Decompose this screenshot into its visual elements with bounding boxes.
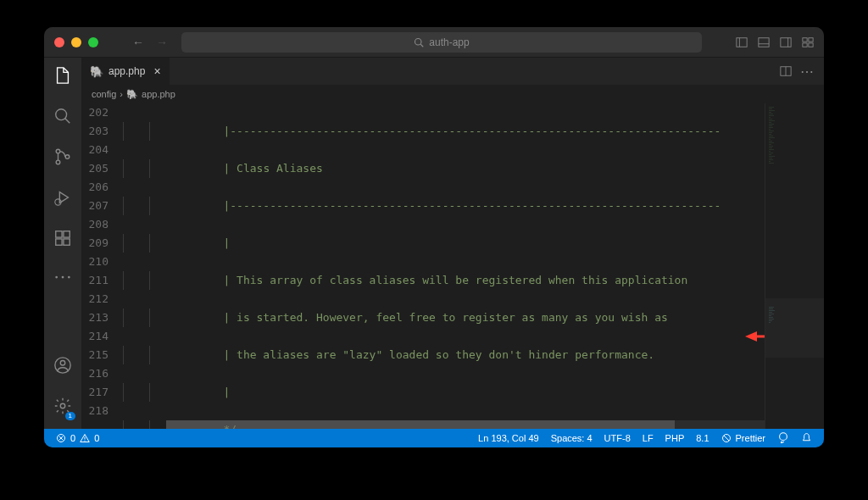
svg-line-40 xyxy=(724,436,729,441)
svg-line-1 xyxy=(421,44,424,47)
svg-rect-10 xyxy=(803,42,807,46)
indentation[interactable]: Spaces: 4 xyxy=(548,433,596,443)
more-actions-icon[interactable]: ⋯ xyxy=(800,64,814,80)
tab-bar: 🐘 app.php × ⋯ xyxy=(81,58,824,85)
prettier-icon xyxy=(721,433,732,443)
php-file-icon: 🐘 xyxy=(126,89,138,100)
maximize-window-button[interactable] xyxy=(88,37,98,47)
svg-rect-11 xyxy=(809,42,813,46)
svg-point-0 xyxy=(415,38,422,45)
svg-point-28 xyxy=(60,403,65,408)
error-icon xyxy=(56,433,66,443)
encoding[interactable]: UTF-8 xyxy=(601,433,634,443)
minimap-viewport[interactable] xyxy=(765,298,824,358)
nav-arrows: ← → xyxy=(132,36,168,49)
php-version[interactable]: 8.1 xyxy=(693,433,712,443)
breadcrumb[interactable]: config › 🐘 app.php xyxy=(81,85,824,103)
svg-point-12 xyxy=(56,109,67,120)
traffic-lights xyxy=(54,37,98,47)
svg-point-24 xyxy=(62,276,64,279)
svg-point-41 xyxy=(780,433,787,441)
editor-wrap: 2022032042052062072082092102112122132142… xyxy=(81,103,824,429)
minimap[interactable]: ▬▬▬▬▬▬▬▬▬▬▬▬▬▬▬▬▬▬▬▬▬▬▬▬▬▬▬▬▬▬▬▬▬▬▬▬▬▬▬▬… xyxy=(765,103,824,429)
svg-point-38 xyxy=(85,440,86,441)
extensions-icon[interactable] xyxy=(53,229,72,251)
explorer-icon[interactable] xyxy=(53,66,72,88)
svg-rect-22 xyxy=(64,239,70,245)
code-content[interactable]: |---------------------------------------… xyxy=(124,103,765,429)
svg-rect-6 xyxy=(781,37,791,47)
layout-grid-icon[interactable] xyxy=(802,36,814,48)
debug-icon[interactable] xyxy=(53,188,72,210)
php-file-icon: 🐘 xyxy=(90,65,103,78)
eol[interactable]: LF xyxy=(639,433,657,443)
tab-label: app.php xyxy=(108,65,145,77)
chevron-right-icon: › xyxy=(120,89,123,99)
svg-rect-20 xyxy=(64,231,70,237)
search-text: auth-app xyxy=(429,36,469,48)
notifications-icon[interactable] xyxy=(798,432,815,445)
code-editor[interactable]: 2022032042052062072082092102112122132142… xyxy=(81,103,765,429)
more-icon[interactable] xyxy=(53,269,72,285)
language-mode[interactable]: PHP xyxy=(662,433,688,443)
svg-point-14 xyxy=(56,149,60,153)
warning-icon xyxy=(80,433,90,443)
panel-bottom-icon[interactable] xyxy=(758,36,770,48)
panel-left-icon[interactable] xyxy=(736,36,748,48)
svg-rect-9 xyxy=(809,37,813,41)
svg-point-25 xyxy=(68,276,70,279)
titlebar: ← → auth-app xyxy=(44,27,824,58)
svg-point-16 xyxy=(65,155,70,159)
forward-button[interactable]: → xyxy=(156,36,168,49)
account-icon[interactable] xyxy=(53,356,72,378)
back-button[interactable]: ← xyxy=(132,36,144,49)
close-icon[interactable]: × xyxy=(153,64,160,78)
split-editor-icon[interactable] xyxy=(780,65,792,77)
source-control-icon[interactable] xyxy=(53,147,72,169)
breadcrumb-file: app.php xyxy=(142,89,175,99)
svg-line-13 xyxy=(65,119,70,124)
minimize-window-button[interactable] xyxy=(71,37,81,47)
cursor-position[interactable]: Ln 193, Col 49 xyxy=(475,433,542,443)
search-icon xyxy=(414,37,424,47)
prettier-button[interactable]: Prettier xyxy=(718,433,769,443)
line-gutter: 2022032042052062072082092102112122132142… xyxy=(81,103,124,429)
feedback-icon[interactable] xyxy=(774,431,793,445)
svg-point-27 xyxy=(60,361,65,366)
svg-point-23 xyxy=(55,276,58,279)
search-activity-icon[interactable] xyxy=(53,107,72,129)
svg-rect-2 xyxy=(737,37,747,47)
main-area: 🐘 app.php × ⋯ config › 🐘 app.php 202 xyxy=(81,58,824,429)
status-bar: 0 0 Ln 193, Col 49 Spaces: 4 UTF-8 LF PH… xyxy=(44,429,824,447)
svg-rect-4 xyxy=(759,37,769,47)
body: 1 🐘 app.php × ⋯ config › 🐘 app.php xyxy=(44,58,824,429)
svg-rect-8 xyxy=(803,37,807,41)
svg-rect-19 xyxy=(56,231,62,237)
editor-window: ← → auth-app 1 xyxy=(44,27,824,447)
svg-rect-21 xyxy=(56,239,62,245)
layout-icons xyxy=(736,36,814,48)
tab-actions: ⋯ xyxy=(780,58,824,85)
search-container: auth-app xyxy=(181,32,702,53)
activity-bar: 1 xyxy=(44,58,81,429)
horizontal-scrollbar[interactable] xyxy=(166,420,765,429)
settings-badge: 1 xyxy=(65,412,75,420)
command-search[interactable]: auth-app xyxy=(181,32,702,53)
breadcrumb-folder: config xyxy=(92,89,116,99)
settings-icon[interactable]: 1 xyxy=(53,397,72,419)
svg-point-15 xyxy=(56,160,60,164)
problems-button[interactable]: 0 0 xyxy=(53,433,103,443)
tab-app-php[interactable]: 🐘 app.php × xyxy=(81,58,170,85)
close-window-button[interactable] xyxy=(54,37,64,47)
panel-right-icon[interactable] xyxy=(780,36,792,48)
